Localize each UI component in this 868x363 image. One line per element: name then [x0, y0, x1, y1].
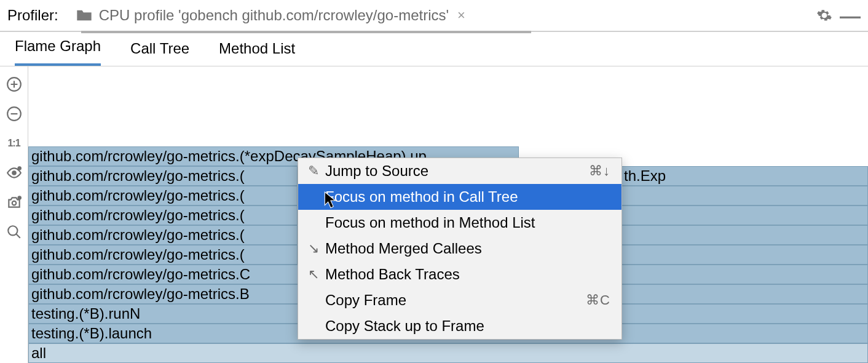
- svg-point-3: [17, 167, 20, 170]
- flame-context-menu: ✎ Jump to Source ⌘↓ Focus on method in C…: [298, 158, 622, 340]
- gear-icon: [816, 7, 832, 23]
- profiler-tabs: Flame Graph Call Tree Method List: [0, 32, 868, 66]
- flame-frame[interactable]: github.com/rcrowley/go-metrics.B: [28, 284, 300, 304]
- flame-frame[interactable]: github.com/rcrowley/go-metrics.(: [28, 205, 298, 225]
- flame-frame[interactable]: [621, 225, 868, 245]
- title-underline: [81, 31, 531, 33]
- svg-point-2: [12, 171, 16, 175]
- flame-frame[interactable]: github.com/rcrowley/go-metrics.(: [28, 245, 298, 265]
- menu-back-traces[interactable]: ↖ Method Back Traces: [298, 261, 621, 287]
- flame-frame[interactable]: github.com/rcrowley/go-metrics.(: [28, 166, 298, 186]
- arrow-up-left-icon: ↖: [304, 266, 323, 282]
- tab-method-list[interactable]: Method List: [219, 33, 295, 66]
- edit-icon: ✎: [304, 163, 323, 179]
- flame-frame[interactable]: github.com/rcrowley/go-metrics.(: [28, 225, 298, 245]
- tab-call-tree[interactable]: Call Tree: [130, 33, 189, 66]
- search-button[interactable]: [5, 223, 23, 241]
- minus-circle-icon: [6, 106, 22, 122]
- flame-frame[interactable]: th.Exp: [621, 166, 868, 186]
- profiler-label: Profiler:: [7, 7, 58, 24]
- menu-merged-callees[interactable]: ↘ Method Merged Callees: [298, 236, 621, 261]
- flame-frame[interactable]: github.com/rcrowley/go-metrics.(: [28, 186, 298, 205]
- svg-point-6: [8, 226, 17, 235]
- profiler-titlebar: Profiler: CPU profile 'gobench github.co…: [0, 0, 868, 32]
- arrow-down-right-icon: ↘: [304, 241, 323, 257]
- folder-icon: [76, 8, 93, 23]
- minimize-button[interactable]: —: [840, 5, 861, 26]
- reset-zoom-button[interactable]: 1:1: [5, 134, 23, 153]
- menu-focus-method-list[interactable]: Focus on method in Method List: [298, 210, 621, 236]
- zoom-out-button[interactable]: [5, 105, 23, 123]
- search-icon: [6, 224, 22, 240]
- close-tab-icon[interactable]: ×: [457, 7, 465, 23]
- shortcut: ⌘C: [586, 292, 610, 308]
- zoom-in-button[interactable]: [5, 75, 23, 94]
- camera-icon: [6, 194, 22, 210]
- one-to-one-icon: 1:1: [7, 138, 20, 149]
- eye-icon: [6, 165, 22, 181]
- plus-circle-icon: [6, 76, 22, 92]
- menu-jump-to-source[interactable]: ✎ Jump to Source ⌘↓: [298, 158, 621, 184]
- flame-frame[interactable]: github.com/rcrowley/go-metrics.C: [28, 265, 301, 284]
- flame-frame[interactable]: [621, 284, 868, 304]
- flame-frame[interactable]: [621, 265, 868, 284]
- tab-flame-graph[interactable]: Flame Graph: [15, 30, 101, 66]
- settings-button[interactable]: [814, 5, 835, 26]
- flame-frame-all[interactable]: all: [28, 343, 868, 363]
- flame-toolbar: 1:1: [0, 66, 28, 363]
- profile-title: CPU profile 'gobench github.com/rcrowley…: [99, 7, 449, 24]
- menu-focus-call-tree[interactable]: Focus on method in Call Tree: [298, 184, 621, 210]
- flame-frame[interactable]: [621, 205, 868, 225]
- shortcut: ⌘↓: [589, 163, 610, 179]
- menu-copy-stack[interactable]: Copy Stack up to Frame: [298, 313, 621, 339]
- flame-frame[interactable]: [621, 186, 868, 205]
- capture-button[interactable]: [5, 193, 23, 212]
- flame-frame[interactable]: [621, 245, 868, 265]
- svg-point-4: [12, 201, 16, 205]
- presentation-button[interactable]: [5, 164, 23, 182]
- svg-point-5: [17, 196, 20, 199]
- menu-copy-frame[interactable]: Copy Frame ⌘C: [298, 287, 621, 313]
